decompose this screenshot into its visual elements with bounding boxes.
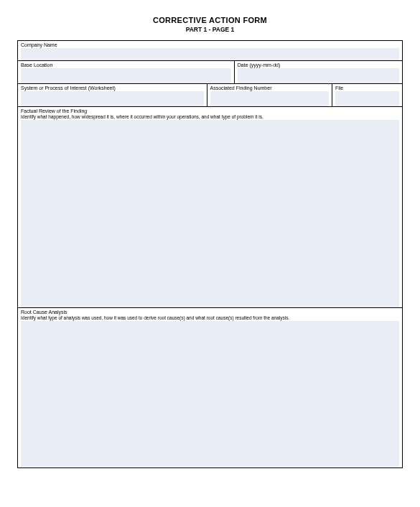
root-cause-sublabel: Identify what type of analysis was used,… xyxy=(21,315,399,321)
factual-review-cell: Factual Review of the Finding Identify w… xyxy=(18,107,402,307)
finding-number-field[interactable] xyxy=(210,91,329,106)
company-name-section: Company Name xyxy=(18,41,402,61)
form-title: CORRECTIVE ACTION FORM xyxy=(0,16,420,24)
file-cell: File xyxy=(332,84,402,106)
base-location-label: Base Location xyxy=(21,62,231,68)
root-cause-cell: Root Cause Analysis Identify what type o… xyxy=(18,308,402,468)
factual-review-field[interactable] xyxy=(21,120,399,307)
base-date-section: Base Location Date (yyyy-mm-dd) xyxy=(18,61,402,84)
company-name-cell: Company Name xyxy=(18,41,402,60)
system-process-field[interactable] xyxy=(21,91,204,106)
form-container: Company Name Base Location Date (yyyy-mm… xyxy=(17,40,403,468)
date-label: Date (yyyy-mm-dd) xyxy=(238,62,399,68)
company-name-label: Company Name xyxy=(21,42,399,48)
base-location-field[interactable] xyxy=(21,68,231,83)
system-process-cell: System or Process of Interest (Worksheet… xyxy=(18,84,207,106)
factual-review-sublabel: Identify what happened, how widespread i… xyxy=(21,114,399,120)
factual-review-label: Factual Review of the Finding xyxy=(21,108,399,114)
factual-review-section: Factual Review of the Finding Identify w… xyxy=(18,107,402,308)
system-process-label: System or Process of Interest (Worksheet… xyxy=(21,85,204,91)
date-field[interactable] xyxy=(238,68,399,83)
root-cause-section: Root Cause Analysis Identify what type o… xyxy=(18,308,402,468)
base-location-cell: Base Location xyxy=(18,61,235,83)
finding-number-label: Associated Finding Number xyxy=(210,85,329,91)
file-field[interactable] xyxy=(335,91,399,106)
form-subtitle: PART 1 - PAGE 1 xyxy=(0,26,420,33)
date-cell: Date (yyyy-mm-dd) xyxy=(235,61,402,83)
root-cause-label: Root Cause Analysis xyxy=(21,310,399,315)
file-label: File xyxy=(335,85,399,91)
finding-number-cell: Associated Finding Number xyxy=(207,84,332,106)
company-name-field[interactable] xyxy=(21,48,399,60)
root-cause-field[interactable] xyxy=(21,321,399,468)
form-header: CORRECTIVE ACTION FORM PART 1 - PAGE 1 xyxy=(0,0,420,40)
system-finding-file-section: System or Process of Interest (Worksheet… xyxy=(18,84,402,107)
